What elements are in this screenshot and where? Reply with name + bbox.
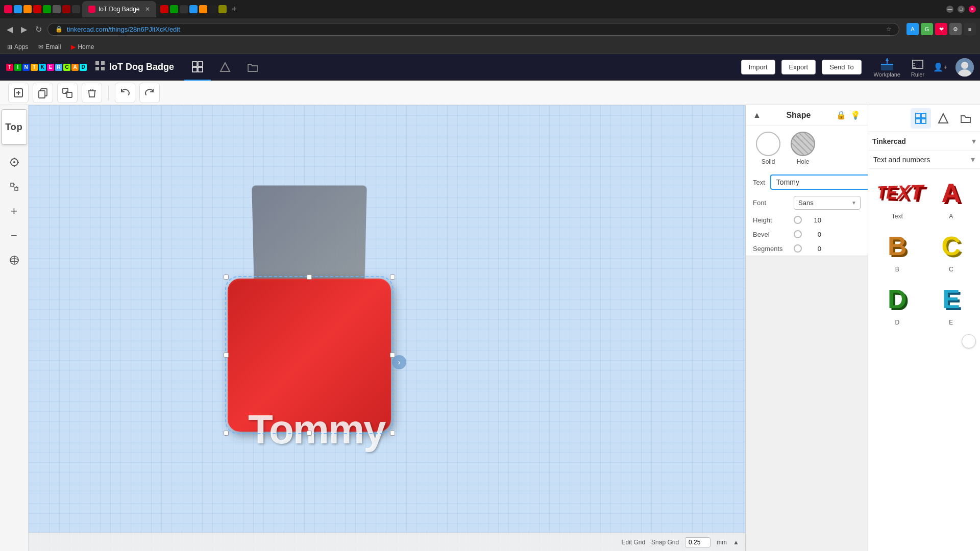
handle-top-left[interactable]: [224, 274, 229, 280]
c-3d-icon: C: [941, 231, 961, 261]
send-to-button[interactable]: Send To: [822, 60, 861, 74]
solid-type-button[interactable]: Solid: [756, 132, 780, 165]
carousel-next: ›: [868, 332, 980, 350]
shape-item-b[interactable]: B B: [872, 226, 922, 275]
unit-label: mm: [717, 539, 727, 546]
delete-button[interactable]: [82, 83, 102, 103]
workplane-button[interactable]: Workplane: [874, 57, 900, 78]
rotate-arrow-button[interactable]: ›: [392, 355, 406, 369]
tab-close-button[interactable]: ✕: [145, 6, 150, 13]
font-select[interactable]: Sans Serif Mono Script: [794, 196, 861, 210]
redo-button[interactable]: [139, 83, 160, 103]
collapse-arrow[interactable]: ▲: [753, 111, 761, 120]
shape-item-a[interactable]: A A: [926, 173, 976, 222]
handle-bottom-right[interactable]: [390, 431, 395, 436]
library-folder-icon[interactable]: [955, 108, 976, 129]
youtube-icon: ▶: [71, 43, 76, 51]
lock-icon[interactable]: 🔒: [836, 110, 846, 120]
hole-type-button[interactable]: Hole: [791, 132, 815, 165]
workplane-label: Workplane: [874, 71, 900, 78]
segments-value: 0: [806, 245, 821, 253]
shape-thumb-e: E: [930, 281, 971, 317]
svg-rect-7: [198, 67, 203, 72]
bookmark-home[interactable]: ▶ Home: [68, 42, 97, 52]
light-icon[interactable]: 💡: [850, 110, 861, 120]
category-chevron-icon[interactable]: ▾: [971, 155, 975, 164]
add-user-button[interactable]: 👤+: [931, 58, 949, 77]
tinkercad-logo[interactable]: T I N T K E R C A D: [6, 64, 87, 71]
snap-grid-label: Snap Grid: [651, 539, 679, 546]
top-toolbar: [0, 81, 980, 105]
refresh-button[interactable]: ↻: [33, 23, 44, 35]
undo-button[interactable]: [115, 83, 135, 103]
left-toolbar: Top: [0, 105, 29, 551]
svg-rect-46: [916, 113, 920, 118]
user-avatar[interactable]: [955, 58, 974, 77]
shape-item-e[interactable]: E E: [926, 279, 976, 328]
text-prop-label: Text: [753, 179, 765, 186]
edit-grid-button[interactable]: Edit Grid: [621, 539, 645, 546]
bevel-slider-row: 0: [794, 230, 821, 238]
import-button[interactable]: Import: [741, 60, 775, 74]
browser-ext-4[interactable]: ⚙: [949, 23, 962, 35]
ruler-button[interactable]: Ruler: [911, 57, 925, 78]
library-category-row: Text and numbers ▾: [868, 151, 980, 169]
handle-bottom-left[interactable]: [224, 431, 229, 436]
nav-3d-icon[interactable]: [184, 54, 211, 81]
zoom-fit-button[interactable]: [3, 176, 26, 198]
logo-c: C: [63, 64, 70, 71]
maximize-button[interactable]: □: [958, 6, 965, 13]
minimize-button[interactable]: —: [946, 6, 953, 13]
export-button[interactable]: Export: [781, 60, 816, 74]
e-3d-icon: E: [942, 284, 960, 314]
bookmark-email[interactable]: ✉ Email: [35, 42, 64, 52]
browser-ext-1[interactable]: A: [906, 23, 919, 35]
duplicate-button[interactable]: [57, 83, 78, 103]
library-grid-icon[interactable]: [911, 108, 931, 129]
next-arrow-button[interactable]: ›: [962, 334, 976, 348]
browser-ext-5[interactable]: ≡: [964, 23, 976, 35]
height-radio[interactable]: [794, 216, 802, 224]
copy-button[interactable]: [33, 83, 53, 103]
new-shape-button[interactable]: [8, 83, 29, 103]
snap-input[interactable]: [685, 537, 710, 547]
canvas-area[interactable]: Tommy › Edit Grid: [29, 105, 745, 551]
view-indicator-box[interactable]: Top: [2, 109, 27, 145]
provider-chevron-icon[interactable]: ▾: [972, 136, 976, 146]
nav-folder-icon[interactable]: [239, 54, 266, 81]
new-tab-button[interactable]: +: [229, 4, 240, 15]
close-button[interactable]: ✕: [969, 6, 976, 13]
shape-item-text[interactable]: TEXT Text: [872, 173, 922, 222]
zoom-in-button[interactable]: +: [3, 200, 26, 222]
library-wireframe-icon[interactable]: [933, 108, 953, 129]
segments-slider-row: 0: [794, 244, 821, 253]
forward-button[interactable]: ▶: [18, 23, 30, 35]
shape-item-d[interactable]: D D: [872, 279, 922, 328]
star-icon[interactable]: ☆: [886, 26, 892, 33]
text-input[interactable]: [770, 174, 872, 190]
project-title: IoT Dog Badge: [109, 62, 174, 72]
shape-item-c[interactable]: C C: [926, 226, 976, 275]
snap-up-btn[interactable]: ▲: [733, 539, 739, 546]
email-icon: ✉: [38, 43, 43, 51]
handle-top-right[interactable]: [390, 274, 395, 280]
badge-object-container[interactable]: Tommy ›: [223, 187, 396, 432]
svg-rect-40: [15, 187, 18, 190]
bookmark-apps[interactable]: ⊞ Apps: [4, 42, 31, 52]
browser-ext-3[interactable]: ❤: [935, 23, 947, 35]
orbit-button[interactable]: [3, 249, 26, 271]
nav-wireframe-icon[interactable]: [212, 54, 238, 81]
browser-ext-2[interactable]: G: [921, 23, 933, 35]
back-button[interactable]: ◀: [4, 23, 15, 35]
handle-bottom-mid[interactable]: [307, 431, 312, 436]
fit-view-button[interactable]: [3, 151, 26, 173]
active-tab[interactable]: IoT Dog Badge ✕: [82, 1, 156, 17]
apps-icon: ⊞: [7, 43, 12, 51]
address-bar[interactable]: 🔒 tinkercad.com/things/28n6PJltXcK/edit …: [47, 23, 899, 36]
segments-radio[interactable]: [794, 244, 802, 253]
grid-menu-icon[interactable]: [95, 61, 105, 73]
zoom-out-button[interactable]: −: [3, 224, 26, 247]
bevel-radio[interactable]: [794, 230, 802, 238]
handle-top-mid[interactable]: [307, 274, 312, 280]
handle-left-mid[interactable]: [224, 353, 229, 358]
